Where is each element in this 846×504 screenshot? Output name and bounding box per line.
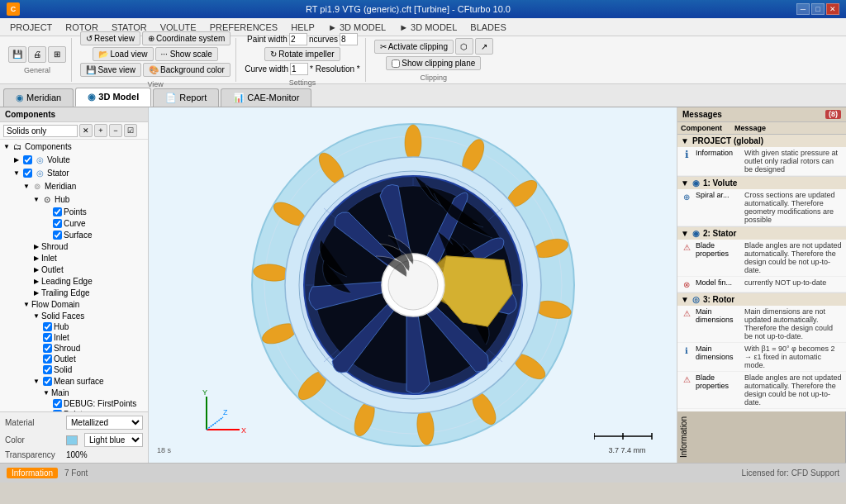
tree-item-curve-1[interactable]: Curve <box>0 217 148 229</box>
tree-toggle[interactable]: ▼ <box>31 376 41 386</box>
menu-project[interactable]: PROJECT <box>3 21 59 34</box>
inlet2-checkbox[interactable] <box>43 333 52 342</box>
tree-toggle[interactable]: ▶ <box>31 288 41 297</box>
tree-item-outlet-2[interactable]: Outlet <box>0 354 148 364</box>
tree-toggle[interactable]: ▶ <box>31 264 41 274</box>
tree-item-solid[interactable]: Solid <box>0 364 148 375</box>
mean-surface-checkbox[interactable] <box>43 377 52 386</box>
save-view-button[interactable]: 💾 Save view <box>80 63 141 77</box>
expand-stator[interactable]: ▼ <box>681 229 689 238</box>
tree-toggle[interactable] <box>41 207 51 216</box>
tree-toggle[interactable] <box>41 218 51 228</box>
clipping-icon[interactable]: ⬡ <box>455 38 473 55</box>
volute-checkbox[interactable] <box>23 155 32 164</box>
close-button[interactable]: ✕ <box>826 3 839 15</box>
tree-item-surface-1[interactable]: Surface <box>0 229 148 240</box>
tab-3dmodel[interactable]: ◉ 3D Model <box>75 88 151 107</box>
outlet2-checkbox[interactable] <box>43 354 52 364</box>
tree-item-volute[interactable]: ▶ ◎ Volute <box>0 153 148 166</box>
curve-width-input[interactable] <box>290 63 308 75</box>
tree-item-inlet[interactable]: ▶ Inlet <box>0 252 148 264</box>
tree-item-solid-faces[interactable]: ▼ Solid Faces <box>0 310 148 321</box>
menu-3dmodel-2[interactable]: ► 3D MODEL <box>392 21 463 34</box>
window-controls[interactable]: ─ □ ✕ <box>796 3 839 15</box>
tree-item-leading-edge[interactable]: ▶ Leading Edge <box>0 275 148 287</box>
information-badge[interactable]: Information <box>7 468 58 478</box>
rotate-impeller-button[interactable]: ↻ Rotate impeller <box>264 47 340 61</box>
tree-toggle[interactable]: ▶ <box>31 241 41 251</box>
points-checkbox[interactable] <box>53 207 62 216</box>
tree-toggle[interactable]: ▼ <box>21 181 31 191</box>
tree-item-mean-surface[interactable]: ▼ Mean surface <box>0 375 148 387</box>
save-button[interactable]: 💾 <box>8 46 26 63</box>
background-color-button[interactable]: 🎨 Background color <box>143 63 231 77</box>
expand-volute[interactable]: ▼ <box>681 178 689 188</box>
activate-clipping-button[interactable]: ✂ Activate clipping <box>374 40 454 54</box>
surface-checkbox[interactable] <box>53 231 62 240</box>
load-view-button[interactable]: 📂 Load view <box>93 47 153 61</box>
tree-item-flow-domain[interactable]: ▼ Flow Domain <box>0 298 148 310</box>
tree-toggle[interactable]: ▶ <box>12 155 21 164</box>
tree-expand-all[interactable]: + <box>94 124 107 137</box>
tree-item-trailing-edge[interactable]: ▶ Trailing Edge <box>0 287 148 298</box>
debug-fp1-checkbox[interactable] <box>53 399 62 408</box>
info-side-tab[interactable]: Information <box>677 411 846 463</box>
tree-check-all[interactable]: ☑ <box>124 124 137 137</box>
print-picture-button[interactable]: 🖨 <box>28 46 46 63</box>
tree-item-stator[interactable]: ▼ ◎ Stator <box>0 166 148 179</box>
tree-item-inlet-2[interactable]: Inlet <box>0 332 148 343</box>
tree-item-shroud[interactable]: ▶ Shroud <box>0 240 148 252</box>
tree-toggle[interactable]: ▼ <box>12 168 21 178</box>
tree-item-main-1[interactable]: ▼ Main <box>0 387 148 398</box>
tree-item-meridian[interactable]: ▼ ⊚ Meridian <box>0 179 148 193</box>
menu-help[interactable]: HELP <box>284 21 321 34</box>
show-clipping-plane-button[interactable]: Show clipping plane <box>386 56 481 70</box>
tree-item-components[interactable]: ▼ 🗂 Components <box>0 140 148 153</box>
minimize-button[interactable]: ─ <box>796 3 810 15</box>
tree-toggle[interactable]: ▼ <box>2 141 12 151</box>
show-scale-button[interactable]: ··· Show scale <box>155 47 218 61</box>
show-clipping-checkbox[interactable] <box>392 59 400 68</box>
tab-cae-monitor[interactable]: 📊 CAE-Monitor <box>221 88 311 107</box>
solid-checkbox[interactable] <box>43 365 52 374</box>
tree-toggle[interactable]: ▼ <box>21 299 31 309</box>
fit-view-button[interactable]: ⊞ <box>48 46 66 63</box>
tree-filter-clear[interactable]: ✕ <box>79 124 93 137</box>
maximize-button[interactable]: □ <box>811 3 825 15</box>
expand-rotor[interactable]: ▼ <box>681 295 689 304</box>
tab-report[interactable]: 📄 Report <box>153 88 219 107</box>
material-select[interactable]: Metallized <box>66 416 143 430</box>
shroud2-checkbox[interactable] <box>43 344 52 353</box>
tree-item-hub-2[interactable]: Hub <box>0 321 148 332</box>
tree-filter-input[interactable] <box>3 125 78 137</box>
tree-label: Stator <box>47 169 69 178</box>
paint-width-input[interactable] <box>289 33 307 45</box>
toolbar-clipping: ✂ Activate clipping ⬡ ↗ Show clipping pl… <box>369 38 498 82</box>
menu-blades[interactable]: BLADES <box>463 21 512 34</box>
stator-checkbox[interactable] <box>23 169 32 178</box>
tree-toggle[interactable]: ▶ <box>31 276 41 286</box>
tree-item-outlet[interactable]: ▶ Outlet <box>0 264 148 275</box>
coordinate-system-button[interactable]: ⊕ Coordinate system <box>142 31 231 45</box>
tree-item-points-1[interactable]: Points <box>0 206 148 217</box>
msg-component: Model fin... <box>696 278 741 290</box>
expand-project[interactable]: ▼ <box>681 136 689 145</box>
curve-checkbox[interactable] <box>53 219 62 228</box>
tree-toggle[interactable]: ▼ <box>31 311 41 321</box>
hub2-checkbox[interactable] <box>43 322 52 331</box>
color-select[interactable]: Light blue <box>84 433 143 447</box>
center-viewport[interactable]: X Y Z 3.7 7.4 mm 18 s <box>149 107 677 463</box>
tree-item-shroud-2[interactable]: Shroud <box>0 343 148 354</box>
tree-item-hub-1[interactable]: ▼ ⊙ Hub <box>0 193 148 206</box>
menu-3dmodel-1[interactable]: ► 3D MODEL <box>321 21 392 34</box>
ncurves-input[interactable] <box>340 33 358 45</box>
reset-view-button[interactable]: ↺ Reset view <box>80 31 140 45</box>
tab-meridian[interactable]: ◉ Meridian <box>3 88 74 107</box>
tree-collapse-all[interactable]: − <box>109 124 122 137</box>
tree-item-debug-fp-1[interactable]: DEBUG: FirstPoints <box>0 398 148 409</box>
tree-toggle[interactable]: ▶ <box>31 253 41 263</box>
tree-toggle[interactable]: ▼ <box>41 388 51 397</box>
tree-toggle[interactable] <box>41 230 51 240</box>
tree-toggle[interactable]: ▼ <box>31 194 41 204</box>
direction-icon[interactable]: ↗ <box>475 38 493 55</box>
